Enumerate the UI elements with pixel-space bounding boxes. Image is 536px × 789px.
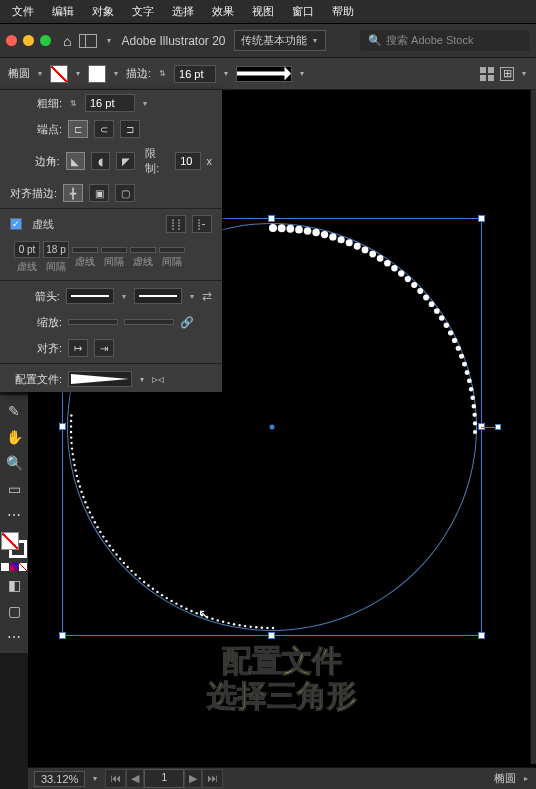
corner-round-button[interactable]: ◖ — [91, 152, 110, 170]
right-panel-collapsed[interactable] — [530, 90, 536, 764]
caption-overlay: 配置文件 选择三角形 — [207, 644, 357, 713]
stroke-profile-preview[interactable] — [236, 66, 292, 82]
svg-point-34 — [472, 404, 476, 408]
svg-point-36 — [473, 421, 477, 425]
menu-view[interactable]: 视图 — [244, 1, 282, 22]
more-tools-icon[interactable]: ⋯ — [2, 503, 26, 527]
stepper-icon[interactable]: ⇅ — [157, 69, 168, 78]
direction-handle[interactable] — [495, 424, 501, 430]
eyedropper-tool-icon[interactable]: ✎ — [2, 399, 26, 423]
dash-field[interactable] — [72, 247, 98, 253]
dashed-checkbox[interactable]: ✓ — [10, 218, 22, 230]
arrowhead-end-dropdown[interactable] — [134, 288, 182, 304]
chevron-right-icon[interactable]: ▸ — [522, 774, 530, 783]
prev-artboard-button[interactable]: ◀ — [126, 769, 144, 788]
svg-point-49 — [211, 618, 213, 620]
corner-miter-button[interactable]: ◣ — [66, 152, 85, 170]
gap-field[interactable]: 18 p — [43, 241, 69, 258]
menu-select[interactable]: 选择 — [164, 1, 202, 22]
chevron-down-icon[interactable]: ▾ — [188, 292, 196, 301]
chevron-down-icon[interactable]: ▾ — [120, 292, 128, 301]
bbox-handle[interactable] — [478, 632, 485, 639]
menu-help[interactable]: 帮助 — [324, 1, 362, 22]
align-stroke-outside-button[interactable]: ▢ — [115, 184, 135, 202]
profile-dropdown[interactable] — [68, 371, 132, 387]
transform-panel-icon[interactable]: ⊞ — [500, 67, 514, 81]
screen-mode-icon[interactable]: ▢ — [2, 599, 26, 623]
draw-mode-icon[interactable]: ◧ — [2, 573, 26, 597]
cap-butt-button[interactable]: ⊏ — [68, 120, 88, 138]
align-stroke-center-button[interactable]: ╋ — [63, 184, 83, 202]
hand-tool-icon[interactable]: ✋ — [2, 425, 26, 449]
edit-toolbar-icon[interactable]: ⋯ — [2, 625, 26, 649]
app-name: Adobe Illustrator 20 — [121, 34, 225, 48]
flip-profile-icon[interactable]: ▹◃ — [152, 372, 164, 386]
chevron-down-icon[interactable]: ▾ — [298, 69, 306, 78]
zoom-window-button[interactable] — [40, 35, 51, 46]
limit-field[interactable]: 10 — [175, 152, 200, 170]
menu-object[interactable]: 对象 — [84, 1, 122, 22]
gap-field[interactable] — [101, 247, 127, 253]
svg-point-58 — [166, 597, 168, 599]
chevron-down-icon[interactable]: ▾ — [112, 69, 120, 78]
dash-field[interactable] — [130, 247, 156, 253]
bbox-handle[interactable] — [478, 215, 485, 222]
first-artboard-button[interactable]: ⏮ — [105, 769, 126, 788]
dash-align-corners-button[interactable]: ┊╴ — [192, 215, 212, 233]
adobe-stock-search[interactable]: 🔍 搜索 Adobe Stock — [360, 30, 530, 51]
chevron-down-icon[interactable]: ▾ — [141, 99, 149, 108]
align-stroke-inside-button[interactable]: ▣ — [89, 184, 109, 202]
menu-effect[interactable]: 效果 — [204, 1, 242, 22]
artboard-number[interactable]: 1 — [144, 769, 184, 788]
dash-sub-label: 虚线 — [133, 255, 153, 269]
svg-point-42 — [249, 626, 251, 628]
bbox-handle[interactable] — [59, 632, 66, 639]
svg-point-59 — [161, 594, 163, 596]
cap-projecting-button[interactable]: ⊐ — [120, 120, 140, 138]
zoom-level[interactable]: 33.12% — [34, 771, 85, 787]
arrowhead-start-dropdown[interactable] — [66, 288, 114, 304]
bbox-handle[interactable] — [59, 423, 66, 430]
stepper-icon[interactable]: ⇅ — [68, 99, 79, 108]
stroke-swatch[interactable] — [88, 65, 106, 83]
menu-type[interactable]: 文字 — [124, 1, 162, 22]
dash-field[interactable]: 0 pt — [14, 241, 40, 258]
artboard-tool-icon[interactable]: ▭ — [2, 477, 26, 501]
chevron-down-icon[interactable]: ▾ — [74, 69, 82, 78]
home-icon[interactable]: ⌂ — [63, 33, 71, 49]
menu-window[interactable]: 窗口 — [284, 1, 322, 22]
menu-edit[interactable]: 编辑 — [44, 1, 82, 22]
close-window-button[interactable] — [6, 35, 17, 46]
svg-point-44 — [238, 624, 240, 626]
weight-field[interactable]: 16 pt — [85, 94, 135, 112]
last-artboard-button[interactable]: ⏭ — [202, 769, 223, 788]
stroke-weight-field[interactable]: 16 pt — [174, 65, 216, 83]
dash-preserve-exact-button[interactable]: ┊┊ — [166, 215, 186, 233]
zoom-tool-icon[interactable]: 🔍 — [2, 451, 26, 475]
chevron-down-icon[interactable]: ▾ — [222, 69, 230, 78]
color-mode-icons[interactable] — [1, 563, 27, 571]
svg-point-13 — [377, 255, 384, 262]
chevron-down-icon[interactable]: ▾ — [520, 69, 528, 78]
arrowheads-label: 箭头: — [10, 289, 60, 304]
svg-point-55 — [180, 605, 182, 607]
swap-arrowheads-icon[interactable]: ⇄ — [202, 289, 212, 303]
minimize-window-button[interactable] — [23, 35, 34, 46]
next-artboard-button[interactable]: ▶ — [184, 769, 202, 788]
fill-stroke-swatches[interactable] — [1, 532, 27, 558]
align-grid-icon[interactable] — [480, 67, 494, 81]
workspace-dropdown[interactable]: 传统基本功能 ▾ — [234, 30, 326, 51]
gap-field[interactable] — [159, 247, 185, 253]
cap-round-button[interactable]: ⊂ — [94, 120, 114, 138]
chevron-down-icon[interactable]: ▾ — [91, 774, 99, 783]
svg-point-51 — [201, 614, 203, 616]
fill-swatch[interactable] — [50, 65, 68, 83]
menu-file[interactable]: 文件 — [4, 1, 42, 22]
chevron-down-icon[interactable]: ▾ — [138, 375, 146, 384]
bbox-handle[interactable] — [268, 632, 275, 639]
chevron-down-icon[interactable]: ▾ — [36, 69, 44, 78]
bbox-handle[interactable] — [268, 215, 275, 222]
corner-bevel-button[interactable]: ◤ — [116, 152, 135, 170]
fill-color-swatch[interactable] — [1, 532, 19, 550]
arrange-documents-icon[interactable] — [79, 34, 97, 48]
